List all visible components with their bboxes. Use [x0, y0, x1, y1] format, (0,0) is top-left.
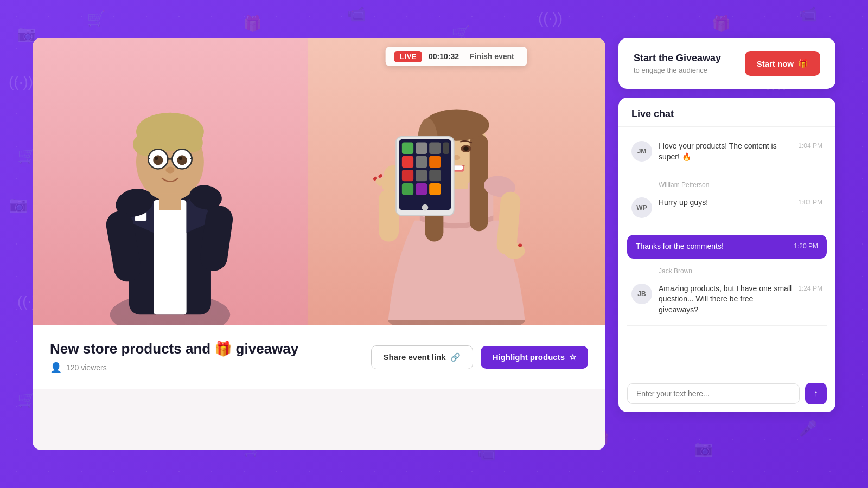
star-icon: ☆ [569, 352, 576, 362]
svg-rect-57 [416, 156, 427, 167]
chat-divider [627, 228, 827, 228]
sidebar: Start the Giveaway to engage the audienc… [618, 38, 835, 412]
svg-rect-56 [402, 156, 413, 167]
chat-title: Live chat [631, 108, 822, 120]
svg-rect-58 [429, 156, 441, 167]
chat-message-own: Thanks for the comments! 1:20 PM [627, 235, 827, 259]
chat-messages: JM I love your products! The content is … [618, 127, 835, 375]
highlight-button-label: Highlight products [493, 352, 565, 362]
svg-point-68 [518, 243, 522, 247]
msg-text: I love your products! The content is sup… [659, 141, 794, 162]
chat-input-area: ↑ [618, 375, 835, 412]
start-now-button[interactable]: Start now 🎁 [745, 51, 820, 76]
chat-divider [627, 172, 827, 172]
svg-line-18 [148, 157, 149, 159]
msg-body: Amazing products, but I have one small q… [659, 284, 822, 316]
chat-card: Live chat JM I love your products! The c… [618, 98, 835, 412]
finish-event-button[interactable]: Finish event [465, 50, 519, 63]
giveaway-title: Start the Giveaway [634, 53, 721, 64]
chat-message: JM I love your products! The content is … [627, 136, 827, 168]
svg-point-48 [378, 173, 383, 178]
msg-sender: William Petterson [627, 177, 827, 190]
svg-rect-61 [429, 169, 441, 181]
video-left [33, 38, 308, 325]
msg-text: Hurry up guys! [659, 197, 794, 208]
msg-body: Hurry up guys! 1:03 PM [659, 197, 822, 208]
msg-body: Thanks for the comments! 1:20 PM [636, 241, 818, 252]
viewer-icon: 👤 [50, 362, 62, 374]
avatar: JM [631, 141, 652, 162]
event-title: New store products and 🎁 giveaway [50, 341, 298, 357]
send-icon: ↑ [814, 389, 818, 399]
live-bar: LIVE 00:10:32 Finish event [386, 47, 527, 66]
live-timer: 00:10:32 [429, 52, 459, 61]
start-now-label: Start now [757, 59, 794, 68]
avatar: WP [631, 197, 652, 218]
msg-text: Thanks for the comments! [636, 241, 789, 252]
svg-rect-10 [159, 193, 181, 209]
video-right: LIVE 00:10:32 Finish event [308, 38, 605, 325]
event-info: New store products and 🎁 giveaway 👤 120 … [33, 325, 605, 389]
main-content: LIVE 00:10:32 Finish event [33, 38, 605, 450]
svg-line-19 [191, 157, 192, 159]
svg-rect-54 [429, 142, 441, 153]
svg-point-36 [463, 146, 469, 151]
svg-rect-55 [443, 142, 449, 153]
giveaway-card: Start the Giveaway to engage the audienc… [618, 38, 835, 89]
man-figure [33, 53, 308, 326]
live-badge: LIVE [394, 51, 422, 62]
page-wrapper: LIVE 00:10:32 Finish event [33, 38, 835, 450]
video-area: LIVE 00:10:32 Finish event [33, 38, 605, 325]
chat-divider [627, 325, 827, 326]
msg-text: Amazing products, but I have one small q… [659, 284, 794, 316]
msg-time: 1:04 PM [798, 142, 822, 150]
svg-point-14 [177, 155, 187, 165]
woman-figure [308, 53, 605, 326]
highlight-products-button[interactable]: Highlight products ☆ [481, 346, 588, 369]
svg-rect-52 [402, 142, 413, 153]
svg-point-13 [153, 155, 163, 165]
event-actions: Share event link 🔗 Highlight products ☆ [371, 345, 588, 369]
send-message-button[interactable]: ↑ [805, 383, 827, 404]
giveaway-text: Start the Giveaway to engage the audienc… [634, 53, 721, 74]
event-left: New store products and 🎁 giveaway 👤 120 … [50, 341, 298, 374]
svg-rect-67 [518, 246, 523, 255]
msg-body: I love your products! The content is sup… [659, 141, 822, 162]
svg-rect-59 [402, 169, 413, 181]
chat-input[interactable] [627, 383, 800, 404]
svg-rect-60 [416, 169, 427, 181]
svg-point-15 [155, 157, 158, 160]
msg-sender: Jack Brown [627, 263, 827, 276]
svg-rect-53 [416, 142, 427, 153]
viewers-row: 👤 120 viewers [50, 362, 298, 374]
svg-point-20 [165, 166, 174, 173]
avatar: JB [631, 284, 652, 304]
msg-row: Hurry up guys! 1:03 PM [659, 197, 822, 208]
msg-row: Amazing products, but I have one small q… [659, 284, 822, 316]
svg-rect-63 [416, 183, 427, 195]
link-icon: 🔗 [450, 352, 461, 362]
chat-message: JB Amazing products, but I have one smal… [627, 278, 827, 321]
svg-rect-64 [429, 183, 441, 195]
viewers-count: 120 viewers [66, 363, 107, 372]
svg-point-65 [422, 204, 429, 210]
gift-icon: 🎁 [798, 59, 808, 68]
share-event-button[interactable]: Share event link 🔗 [371, 345, 473, 369]
msg-time: 1:24 PM [798, 285, 822, 292]
msg-row: Thanks for the comments! 1:20 PM [636, 241, 818, 252]
svg-rect-2 [154, 200, 186, 314]
chat-header: Live chat [618, 98, 835, 127]
svg-point-16 [179, 157, 182, 160]
share-button-label: Share event link [384, 352, 446, 362]
giveaway-subtitle: to engage the audience [634, 66, 721, 74]
msg-time: 1:20 PM [794, 242, 818, 250]
msg-time: 1:03 PM [798, 198, 822, 206]
svg-rect-62 [402, 183, 413, 195]
msg-row: I love your products! The content is sup… [659, 141, 822, 162]
chat-message: WP Hurry up guys! 1:03 PM [627, 192, 827, 223]
